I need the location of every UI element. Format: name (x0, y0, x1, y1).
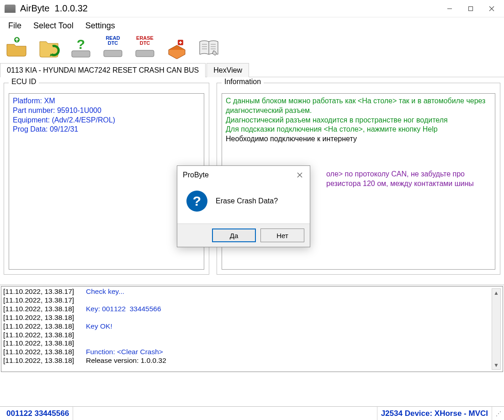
module-icon (164, 37, 190, 59)
ecu-id-legend: ECU ID (9, 78, 39, 86)
minimize-button[interactable] (439, 1, 460, 16)
log-line: [11.10.2022, 13.38.18] Function: <Clear … (3, 348, 501, 356)
log-line: [11.10.2022, 13.38.18] Key: 001122 33445… (3, 305, 501, 314)
toolbar-erase-dtc-button[interactable]: ERASE DTC (129, 35, 161, 61)
info-line1: С данным блоком можно работать как <На с… (226, 96, 491, 116)
drive-icon (100, 46, 126, 60)
status-spacer (73, 407, 377, 420)
log-area[interactable]: [11.10.2022, 13.38.17] Check key...[11.1… (1, 286, 503, 372)
log-scrollbar[interactable]: ▲ ▼ (492, 288, 501, 370)
titlebar: AirByte 1.0.0.32 (0, 0, 504, 17)
log-line: [11.10.2022, 13.38.17] Check key... (3, 287, 501, 296)
info-line3: Для подсказки подключения <На столе>, на… (226, 125, 491, 134)
ecu-id-box: Platform: XM Part number: 95910-1U000 Eq… (9, 93, 204, 270)
tab-vehicle[interactable]: 0113 KIA - HYUNDAI MAC7242 RESET CRASH C… (0, 63, 206, 77)
svg-rect-8 (136, 50, 154, 57)
dialog-yes-button[interactable]: Да (212, 229, 256, 242)
ecu-progdata: Prog Data: 09/12/31 (13, 125, 200, 134)
log-line: [11.10.2022, 13.38.18] (3, 331, 501, 340)
folder-open-icon (4, 37, 30, 59)
folder-icon (36, 37, 62, 59)
log-line: [11.10.2022, 13.38.18] (3, 314, 501, 322)
toolbar-read-dtc-button[interactable]: READ DTC (97, 35, 129, 61)
svg-rect-5 (72, 51, 90, 57)
ecu-partnumber: Part number: 95910-1U000 (13, 106, 200, 116)
app-name: AirByte (20, 3, 49, 13)
menu-select-tool[interactable]: Select Tool (33, 21, 74, 31)
menu-settings[interactable]: Settings (85, 21, 115, 31)
window-controls (439, 1, 502, 16)
dialog-buttons: Да Нет (177, 223, 310, 247)
toolbar-open-button[interactable] (1, 35, 33, 61)
statusbar: 001122 33445566 J2534 Device: XHorse - M… (0, 406, 504, 420)
toolbar-manual-button[interactable] (193, 35, 225, 61)
toolbar-folder-button[interactable] (33, 35, 65, 61)
book-icon (196, 37, 222, 59)
menubar: File Select Tool Settings (0, 17, 504, 33)
app-version: 1.0.0.32 (55, 3, 88, 13)
log-line: [11.10.2022, 13.38.17] (3, 296, 501, 305)
dialog-no-button[interactable]: Нет (260, 229, 304, 242)
information-legend: Information (222, 78, 264, 86)
menu-file[interactable]: File (8, 21, 21, 31)
dialog-body: ? Erase Crash Data? (177, 182, 310, 223)
tab-hexview[interactable]: HexView (207, 63, 249, 77)
resize-grip-icon[interactable]: ⋰ (492, 410, 501, 417)
erase-dtc-label2: DTC (140, 41, 150, 46)
tab-strip: 0113 KIA - HYUNDAI MAC7242 RESET CRASH C… (0, 63, 504, 77)
scroll-up-icon[interactable]: ▲ (493, 289, 499, 297)
dialog-message: Erase Crash Data? (216, 197, 278, 205)
scroll-down-icon[interactable]: ▼ (493, 361, 499, 369)
log-line: [11.10.2022, 13.38.18] Key OK! (3, 322, 501, 331)
read-dtc-label2: DTC (108, 41, 118, 46)
ecu-equipment: Equipment: (Adv/2.4/ESP/ROL) (13, 116, 200, 125)
info-line2: Диагностический разъем находится в прост… (226, 116, 491, 125)
confirm-dialog: ProByte ? Erase Crash Data? Да Нет (177, 165, 310, 247)
svg-text:?: ? (77, 37, 85, 52)
status-device: J2534 Device: XHorse - MVCI (377, 407, 492, 420)
svg-rect-7 (104, 50, 122, 57)
log-wrap: [11.10.2022, 13.38.17] Check key...[11.1… (0, 285, 504, 372)
drive-icon (132, 46, 158, 60)
app-title: AirByte 1.0.0.32 (20, 3, 88, 14)
dialog-close-button[interactable] (295, 170, 304, 180)
close-icon (297, 172, 302, 178)
close-button[interactable] (481, 1, 502, 16)
ecu-platform: Platform: XM (13, 96, 200, 106)
info-line4: Необходимо подключение к интернету (226, 134, 491, 144)
toolbar: ? READ DTC ERASE DTC (0, 33, 504, 62)
toolbar-help-button[interactable]: ? (65, 35, 97, 61)
log-line: [11.10.2022, 13.38.18] (3, 339, 501, 348)
dialog-titlebar: ProByte (177, 166, 310, 182)
app-icon (5, 5, 16, 13)
dialog-title: ProByte (183, 171, 209, 179)
maximize-button[interactable] (460, 1, 481, 16)
toolbar-module-button[interactable] (161, 35, 193, 61)
help-icon: ? (68, 37, 94, 59)
status-key: 001122 33445566 (3, 407, 73, 420)
question-icon: ? (186, 191, 207, 212)
log-line: [11.10.2022, 13.38.18] Release version: … (3, 356, 501, 365)
svg-rect-1 (469, 6, 473, 11)
